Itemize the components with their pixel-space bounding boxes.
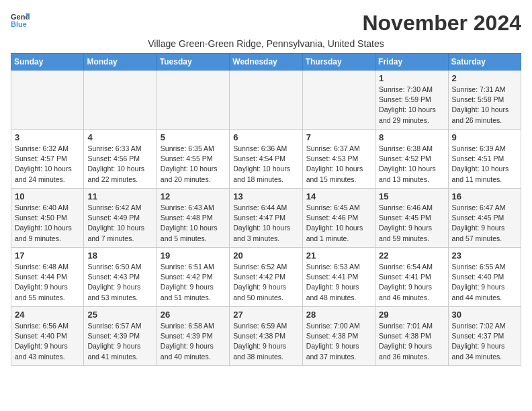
calendar-cell	[11, 71, 84, 130]
day-of-week-header: Thursday	[302, 54, 375, 71]
day-number: 21	[306, 250, 371, 261]
calendar-cell: 17Sunrise: 6:48 AMSunset: 4:44 PMDayligh…	[11, 248, 84, 307]
day-number: 25	[87, 310, 152, 320]
day-number: 5	[161, 132, 226, 142]
calendar-table: SundayMondayTuesdayWednesdayThursdayFrid…	[11, 53, 521, 366]
calendar-cell: 12Sunrise: 6:43 AMSunset: 4:48 PMDayligh…	[157, 189, 229, 248]
day-info: Sunrise: 6:40 AMSunset: 4:50 PMDaylight:…	[15, 203, 80, 244]
calendar-cell: 4Sunrise: 6:33 AMSunset: 4:56 PMDaylight…	[84, 130, 157, 189]
day-number: 11	[87, 191, 152, 201]
calendar-cell: 3Sunrise: 6:32 AMSunset: 4:57 PMDaylight…	[11, 130, 84, 189]
calendar-cell: 7Sunrise: 6:37 AMSunset: 4:53 PMDaylight…	[302, 130, 375, 189]
day-info: Sunrise: 6:59 AMSunset: 4:38 PMDaylight:…	[233, 321, 298, 362]
day-info: Sunrise: 6:37 AMSunset: 4:53 PMDaylight:…	[306, 144, 371, 185]
calendar-cell: 11Sunrise: 6:42 AMSunset: 4:49 PMDayligh…	[84, 189, 157, 248]
day-number: 10	[15, 191, 80, 201]
day-number: 13	[233, 191, 298, 201]
day-info: Sunrise: 6:50 AMSunset: 4:43 PMDaylight:…	[87, 262, 152, 303]
day-info: Sunrise: 6:33 AMSunset: 4:56 PMDaylight:…	[87, 144, 152, 185]
day-number: 9	[452, 132, 517, 142]
day-number: 19	[161, 250, 226, 261]
calendar-cell: 14Sunrise: 6:45 AMSunset: 4:46 PMDayligh…	[302, 189, 375, 248]
calendar-cell: 9Sunrise: 6:39 AMSunset: 4:51 PMDaylight…	[448, 130, 521, 189]
calendar-week-row: 24Sunrise: 6:56 AMSunset: 4:40 PMDayligh…	[11, 307, 521, 366]
day-info: Sunrise: 6:53 AMSunset: 4:41 PMDaylight:…	[306, 262, 371, 303]
calendar-cell: 5Sunrise: 6:35 AMSunset: 4:55 PMDaylight…	[157, 130, 229, 189]
day-info: Sunrise: 6:51 AMSunset: 4:42 PMDaylight:…	[161, 262, 226, 303]
calendar-cell: 1Sunrise: 7:30 AMSunset: 5:59 PMDaylight…	[375, 71, 448, 130]
calendar-cell: 2Sunrise: 7:31 AMSunset: 5:58 PMDaylight…	[448, 71, 521, 130]
day-info: Sunrise: 7:31 AMSunset: 5:58 PMDaylight:…	[452, 85, 517, 126]
day-info: Sunrise: 6:47 AMSunset: 4:45 PMDaylight:…	[452, 203, 517, 244]
day-info: Sunrise: 6:42 AMSunset: 4:49 PMDaylight:…	[87, 203, 152, 244]
day-info: Sunrise: 6:52 AMSunset: 4:42 PMDaylight:…	[233, 262, 298, 303]
day-number: 12	[161, 191, 226, 201]
svg-text:Blue: Blue	[11, 20, 27, 28]
day-number: 24	[15, 310, 80, 320]
day-number: 20	[233, 250, 298, 261]
calendar-cell: 20Sunrise: 6:52 AMSunset: 4:42 PMDayligh…	[230, 248, 302, 307]
calendar-cell: 29Sunrise: 7:01 AMSunset: 4:38 PMDayligh…	[375, 307, 448, 366]
calendar-cell: 19Sunrise: 6:51 AMSunset: 4:42 PMDayligh…	[157, 248, 229, 307]
calendar-cell	[157, 71, 229, 130]
day-number: 26	[161, 310, 226, 320]
calendar-cell	[84, 71, 157, 130]
day-number: 7	[306, 132, 371, 142]
day-number: 23	[452, 250, 517, 261]
calendar-cell: 25Sunrise: 6:57 AMSunset: 4:39 PMDayligh…	[84, 307, 157, 366]
calendar-cell	[230, 71, 302, 130]
day-of-week-header: Saturday	[448, 54, 521, 71]
calendar-cell: 24Sunrise: 6:56 AMSunset: 4:40 PMDayligh…	[11, 307, 84, 366]
calendar-cell: 18Sunrise: 6:50 AMSunset: 4:43 PMDayligh…	[84, 248, 157, 307]
calendar-cell: 15Sunrise: 6:46 AMSunset: 4:45 PMDayligh…	[375, 189, 448, 248]
day-info: Sunrise: 6:35 AMSunset: 4:55 PMDaylight:…	[161, 144, 226, 185]
day-of-week-header: Wednesday	[230, 54, 302, 71]
day-info: Sunrise: 6:44 AMSunset: 4:47 PMDaylight:…	[233, 203, 298, 244]
month-title: November 2024	[362, 11, 521, 36]
day-number: 29	[379, 310, 444, 320]
calendar-header-row: SundayMondayTuesdayWednesdayThursdayFrid…	[11, 54, 521, 71]
header: General Blue November 2024	[11, 11, 521, 36]
day-number: 16	[452, 191, 517, 201]
calendar-week-row: 3Sunrise: 6:32 AMSunset: 4:57 PMDaylight…	[11, 130, 521, 189]
day-info: Sunrise: 6:45 AMSunset: 4:46 PMDaylight:…	[306, 203, 371, 244]
calendar-week-row: 17Sunrise: 6:48 AMSunset: 4:44 PMDayligh…	[11, 248, 521, 307]
calendar-cell: 10Sunrise: 6:40 AMSunset: 4:50 PMDayligh…	[11, 189, 84, 248]
day-info: Sunrise: 6:54 AMSunset: 4:41 PMDaylight:…	[379, 262, 444, 303]
calendar-cell: 30Sunrise: 7:02 AMSunset: 4:37 PMDayligh…	[448, 307, 521, 366]
day-number: 3	[15, 132, 80, 142]
day-info: Sunrise: 7:30 AMSunset: 5:59 PMDaylight:…	[379, 85, 444, 126]
logo-icon: General Blue	[11, 11, 30, 30]
day-of-week-header: Sunday	[11, 54, 84, 71]
calendar-week-row: 10Sunrise: 6:40 AMSunset: 4:50 PMDayligh…	[11, 189, 521, 248]
calendar-cell	[302, 71, 375, 130]
calendar-cell: 26Sunrise: 6:58 AMSunset: 4:39 PMDayligh…	[157, 307, 229, 366]
day-number: 30	[452, 310, 517, 320]
day-number: 2	[452, 73, 517, 83]
day-info: Sunrise: 6:38 AMSunset: 4:52 PMDaylight:…	[379, 144, 444, 185]
day-info: Sunrise: 6:48 AMSunset: 4:44 PMDaylight:…	[15, 262, 80, 303]
day-info: Sunrise: 6:57 AMSunset: 4:39 PMDaylight:…	[87, 321, 152, 362]
calendar-cell: 22Sunrise: 6:54 AMSunset: 4:41 PMDayligh…	[375, 248, 448, 307]
day-of-week-header: Friday	[375, 54, 448, 71]
day-number: 22	[379, 250, 444, 261]
day-number: 17	[15, 250, 80, 261]
calendar-cell: 21Sunrise: 6:53 AMSunset: 4:41 PMDayligh…	[302, 248, 375, 307]
day-number: 18	[87, 250, 152, 261]
calendar-week-row: 1Sunrise: 7:30 AMSunset: 5:59 PMDaylight…	[11, 71, 521, 130]
day-of-week-header: Monday	[84, 54, 157, 71]
calendar-cell: 23Sunrise: 6:55 AMSunset: 4:40 PMDayligh…	[448, 248, 521, 307]
calendar-cell: 6Sunrise: 6:36 AMSunset: 4:54 PMDaylight…	[230, 130, 302, 189]
calendar-cell: 28Sunrise: 7:00 AMSunset: 4:38 PMDayligh…	[302, 307, 375, 366]
calendar-body: 1Sunrise: 7:30 AMSunset: 5:59 PMDaylight…	[11, 71, 521, 366]
day-number: 1	[379, 73, 444, 83]
day-number: 27	[233, 310, 298, 320]
day-number: 15	[379, 191, 444, 201]
day-number: 14	[306, 191, 371, 201]
day-info: Sunrise: 6:39 AMSunset: 4:51 PMDaylight:…	[452, 144, 517, 185]
day-info: Sunrise: 6:36 AMSunset: 4:54 PMDaylight:…	[233, 144, 298, 185]
day-info: Sunrise: 6:55 AMSunset: 4:40 PMDaylight:…	[452, 262, 517, 303]
day-of-week-header: Tuesday	[157, 54, 229, 71]
logo: General Blue	[11, 11, 30, 30]
day-info: Sunrise: 6:56 AMSunset: 4:40 PMDaylight:…	[15, 321, 80, 362]
